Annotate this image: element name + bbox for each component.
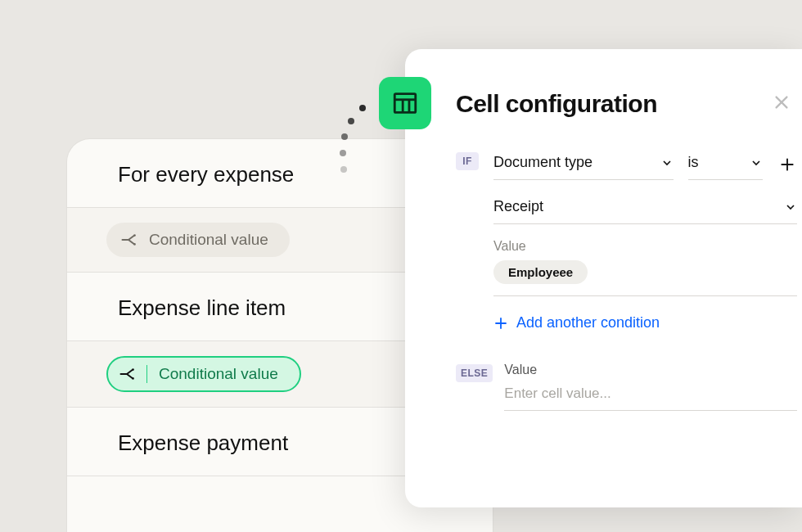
branch-icon [118, 365, 147, 383]
svg-rect-4 [394, 94, 416, 113]
value-field-group: Value Employeee [493, 239, 797, 296]
chevron-down-icon [660, 156, 674, 169]
else-block: ELSE Value [456, 363, 802, 411]
connector-dot [341, 133, 348, 140]
else-value-input[interactable] [504, 381, 797, 411]
chevron-down-icon [784, 201, 797, 214]
else-value-label: Value [504, 363, 797, 377]
branch-icon [119, 231, 137, 249]
conditional-value-pill-active[interactable]: Conditional value [106, 356, 301, 392]
add-another-condition-link[interactable]: Add another condition [493, 314, 797, 331]
add-condition-label: Add another condition [516, 314, 660, 331]
chevron-down-icon [750, 156, 763, 169]
close-button[interactable] [773, 93, 791, 115]
value-select-value: Receipt [493, 198, 543, 215]
if-condition-block: IF Document type is Receipt [456, 151, 802, 331]
svg-point-0 [133, 234, 136, 237]
if-tag: IF [456, 152, 479, 170]
add-condition-button[interactable] [777, 153, 797, 178]
conditional-value-pill[interactable]: Conditional value [106, 223, 290, 257]
operator-select-value: is [688, 154, 699, 171]
value-chip[interactable]: Employeee [493, 260, 588, 284]
svg-point-1 [133, 243, 136, 246]
table-icon [391, 89, 419, 117]
svg-point-3 [132, 377, 134, 380]
svg-point-2 [132, 368, 134, 371]
connector-dot [348, 118, 354, 124]
condition-line: Document type is [493, 151, 797, 180]
value-label: Value [493, 239, 797, 254]
plus-icon [493, 316, 508, 331]
table-badge [379, 77, 431, 129]
if-fields: Document type is Receipt Value Employeee [493, 151, 802, 331]
else-fields: Value [504, 363, 802, 411]
connector-dot [340, 166, 347, 173]
cell-configuration-panel: Cell configuration IF Document type is [405, 49, 802, 507]
pill-label: Conditional value [149, 231, 268, 249]
connector-dot [340, 150, 346, 156]
panel-title: Cell configuration [456, 90, 802, 118]
operator-select[interactable]: is [688, 151, 763, 180]
else-tag: ELSE [456, 364, 493, 382]
plus-icon [779, 156, 795, 173]
connector-dot [359, 105, 366, 111]
value-select[interactable]: Receipt [493, 195, 797, 224]
close-icon [773, 93, 791, 111]
field-select-value: Document type [493, 154, 592, 171]
pill-label: Conditional value [159, 365, 278, 383]
field-select[interactable]: Document type [493, 151, 674, 180]
